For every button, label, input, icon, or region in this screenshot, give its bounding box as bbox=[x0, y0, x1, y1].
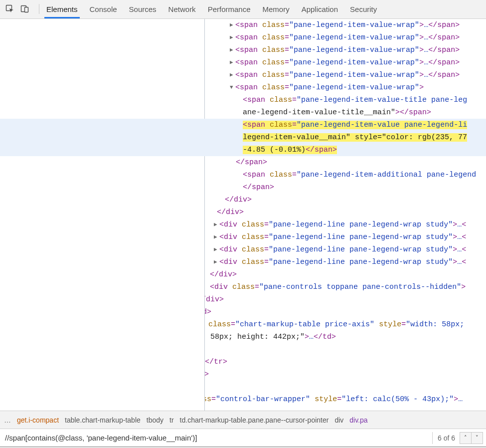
dom-node[interactable]: </td> bbox=[205, 306, 486, 318]
tab-performance[interactable]: Performance bbox=[208, 0, 251, 18]
search-input[interactable] bbox=[0, 429, 432, 447]
breadcrumb-item[interactable]: tbody bbox=[147, 416, 163, 424]
dom-node[interactable]: <span class="pane-legend-item-additional… bbox=[205, 169, 486, 181]
dom-node-expanded[interactable]: ▼<span class="pane-legend-item-value-wra… bbox=[205, 81, 486, 94]
dom-node[interactable]: <span class="pane-legend-item-value-titl… bbox=[205, 94, 486, 106]
breadcrumb-item[interactable]: div bbox=[334, 416, 343, 424]
inspect-element-icon[interactable] bbox=[4, 3, 16, 15]
elements-panel: ▶<span class="pane-legend-item-value-wra… bbox=[0, 19, 486, 411]
dom-node[interactable]: h: 58px; height: 442px;">…</td> bbox=[205, 331, 486, 343]
search-prev-button[interactable]: ˄ bbox=[460, 432, 472, 444]
dom-node[interactable]: ▶<span class="pane-legend-item-value-wra… bbox=[205, 56, 486, 69]
dom-node[interactable]: </span> bbox=[205, 181, 486, 194]
tree-gutter bbox=[0, 19, 205, 411]
tab-console[interactable]: Console bbox=[90, 0, 117, 18]
tab-network[interactable]: Network bbox=[168, 0, 196, 18]
chevron-up-icon: ˄ bbox=[464, 435, 467, 441]
dom-node[interactable]: ▶<div class="pane-legend-line pane-legen… bbox=[205, 256, 486, 268]
breadcrumb[interactable]: … get.i-compact table.chart-markup-table… bbox=[0, 411, 486, 429]
dom-node[interactable]: ▶<span class="pane-legend-item-value-wra… bbox=[205, 31, 486, 44]
dom-node[interactable]: </div> bbox=[205, 268, 486, 281]
dom-node[interactable]: </div> bbox=[205, 194, 486, 206]
devtools-tabs: Elements Console Sources Network Perform… bbox=[46, 0, 377, 18]
breadcrumb-item[interactable]: tr bbox=[169, 416, 174, 424]
search-next-button[interactable]: ˅ bbox=[471, 432, 483, 444]
dom-node[interactable]: ▶<div class="pane-legend-line pane-legen… bbox=[205, 231, 486, 243]
devtools-toolbar: Elements Console Sources Network Perform… bbox=[0, 0, 486, 19]
breadcrumb-item[interactable]: table.chart-markup-table bbox=[65, 416, 141, 424]
dom-node[interactable]: ▶<span class="pane-legend-item-value-wra… bbox=[205, 69, 486, 81]
breadcrumb-item[interactable]: td.chart-markup-table.pane.pane--cursor-… bbox=[180, 416, 329, 424]
dom-node[interactable]: ▶<span class="pane-legend-item-value-wra… bbox=[205, 19, 486, 31]
dom-node[interactable]: ▶<tr>…</tr> bbox=[205, 356, 486, 368]
tab-application[interactable]: Application bbox=[302, 0, 338, 18]
breadcrumb-overflow[interactable]: … bbox=[4, 416, 11, 424]
dom-node[interactable]: ▶<span class="pane-legend-item-value-wra… bbox=[205, 44, 486, 56]
dom-node[interactable]: ▶<div class="pane-legend-line pane-legen… bbox=[205, 243, 486, 256]
device-toggle-icon[interactable] bbox=[19, 3, 31, 15]
dom-node[interactable]: </span> bbox=[205, 156, 486, 169]
dom-node[interactable]: ▶<div class="pane-legend-line pane-legen… bbox=[205, 219, 486, 231]
dom-node[interactable]: ▶<div class="control-bar-wrapper" style=… bbox=[205, 393, 486, 406]
dom-node[interactable]: </table> bbox=[205, 381, 486, 393]
chevron-down-icon: ˅ bbox=[476, 435, 479, 441]
svg-rect-2 bbox=[25, 7, 28, 12]
dom-node-selected[interactable]: legend-item-value__main" style="color: r… bbox=[205, 131, 486, 144]
dom-node-selected[interactable]: <span class="pane-legend-item-value pane… bbox=[205, 119, 486, 131]
dom-node[interactable]: </tr> bbox=[205, 343, 486, 356]
tab-sources[interactable]: Sources bbox=[129, 0, 157, 18]
tab-security[interactable]: Security bbox=[350, 0, 377, 18]
search-bar: 6 of 6 ˄ ˅ bbox=[0, 429, 486, 447]
breadcrumb-item[interactable]: get.i-compact bbox=[17, 416, 59, 424]
dom-node[interactable]: <div class="pane-controls toppane pane-c… bbox=[205, 281, 486, 293]
dom-node[interactable]: ▶<td class="chart-markup-table price-axi… bbox=[205, 318, 486, 331]
tab-memory[interactable]: Memory bbox=[263, 0, 290, 18]
dom-node[interactable]: ane-legend-item-value-title__main"></spa… bbox=[205, 106, 486, 119]
breadcrumb-item[interactable]: div.pa bbox=[349, 416, 367, 424]
dom-node[interactable]: </div> bbox=[205, 293, 486, 306]
tab-elements[interactable]: Elements bbox=[46, 0, 78, 18]
toolbar-separator bbox=[39, 4, 39, 14]
search-result-count: 6 of 6 bbox=[432, 432, 460, 444]
dom-node-selected[interactable]: -4.85 (-0.01%)</span> bbox=[205, 144, 486, 156]
dom-node[interactable]: </tbody> bbox=[205, 368, 486, 381]
dom-node[interactable]: </div> bbox=[205, 206, 486, 219]
dom-tree[interactable]: ▶<span class="pane-legend-item-value-wra… bbox=[205, 19, 486, 411]
